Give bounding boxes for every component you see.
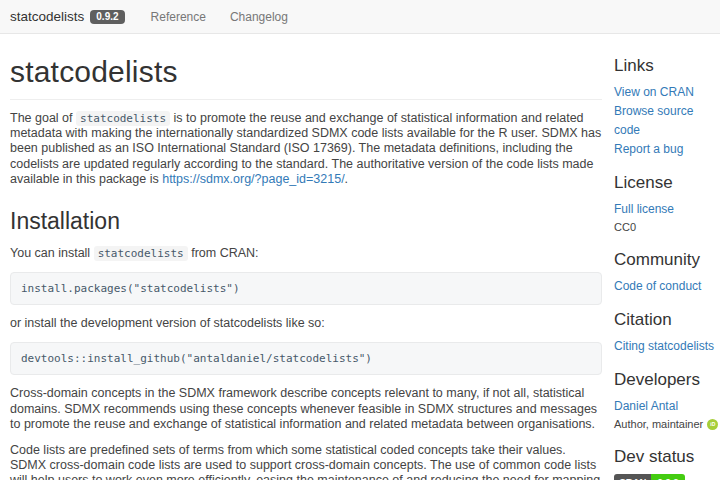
sidebar-link-daniel-antal[interactable]: Daniel Antal	[614, 397, 720, 416]
sidebar-section-developers: DevelopersDaniel AntalAuthor, maintainer	[614, 370, 720, 433]
sidebar-link-report-a-bug[interactable]: Report a bug	[614, 140, 720, 159]
body-paragraph-1: Cross-domain concepts in the SDMX framew…	[10, 386, 602, 432]
sidebar-section-citation: CitationCiting statcodelists	[614, 310, 720, 356]
code-block-install-packages: install.packages("statcodelists")	[10, 272, 602, 305]
sidebar-extra-row: Author, maintainer	[614, 416, 720, 433]
navbar-brand[interactable]: statcodelists 0.9.2	[10, 9, 125, 24]
badge-label: CRAN	[614, 474, 651, 480]
cran-text-pre: You can install	[10, 246, 94, 260]
intro-period: .	[345, 172, 348, 186]
page-title: statcodelists	[10, 55, 602, 89]
sidebar-heading-citation: Citation	[614, 310, 720, 330]
title-divider	[10, 99, 602, 100]
sidebar-link-view-on-cran[interactable]: View on CRAN	[614, 83, 720, 102]
sidebar-link-full-license[interactable]: Full license	[614, 200, 720, 219]
sidebar-link-browse-source-code[interactable]: Browse source code	[614, 102, 720, 140]
sidebar-section-dev-status: Dev statusCRAN0.9.2CRANa month agodownlo…	[614, 447, 720, 480]
body-paragraphs: Cross-domain concepts in the SDMX framew…	[10, 386, 602, 480]
cran-text-post: from CRAN:	[188, 246, 259, 260]
devel-install-line: or install the development version of st…	[10, 316, 602, 331]
nav-item-changelog[interactable]: Changelog	[218, 0, 300, 34]
sidebar: LinksView on CRANBrowse source codeRepor…	[614, 56, 720, 480]
installation-heading: Installation	[10, 208, 602, 235]
sidebar-text-author-maintainer: Author, maintainer	[614, 416, 703, 433]
body-paragraph-2: Code lists are predefined sets of terms …	[10, 443, 602, 480]
sidebar-heading-community: Community	[614, 250, 720, 270]
top-navbar: statcodelists 0.9.2 ReferenceChangelog	[0, 0, 720, 34]
version-badge: 0.9.2	[90, 10, 124, 24]
sidebar-heading-dev-status: Dev status	[614, 447, 720, 467]
intro-paragraph: The goal of statcodelists is to promote …	[10, 111, 602, 187]
sidebar-heading-links: Links	[614, 56, 720, 76]
sidebar-text-cc0: CC0	[614, 219, 636, 236]
nav-item-reference[interactable]: Reference	[139, 0, 218, 34]
inline-code-pkg-2: statcodelists	[94, 246, 188, 261]
navbar-links: ReferenceChangelog	[139, 0, 300, 34]
inline-code-pkg: statcodelists	[76, 111, 170, 126]
orcid-icon[interactable]	[707, 419, 718, 430]
sidebar-section-community: CommunityCode of conduct	[614, 250, 720, 296]
sidebar-heading-developers: Developers	[614, 370, 720, 390]
sidebar-extra-row: CC0	[614, 219, 720, 236]
sidebar-link-citing-statcodelists[interactable]: Citing statcodelists	[614, 337, 720, 356]
sidebar-heading-license: License	[614, 173, 720, 193]
sidebar-section-links: LinksView on CRANBrowse source codeRepor…	[614, 56, 720, 159]
status-badge-cran-0[interactable]: CRAN0.9.2	[614, 474, 685, 480]
intro-text-pre: The goal of	[10, 111, 76, 125]
main-content: statcodelists The goal of statcodelists …	[10, 34, 602, 480]
badge-value: 0.9.2	[651, 474, 684, 480]
sdmx-link[interactable]: https://sdmx.org/?page_id=3215/	[162, 172, 344, 186]
sidebar-section-license: LicenseFull licenseCC0	[614, 173, 720, 236]
sidebar-link-code-of-conduct[interactable]: Code of conduct	[614, 277, 720, 296]
brand-label: statcodelists	[10, 9, 84, 24]
code-block-install-github: devtools::install_github("antaldaniel/st…	[10, 342, 602, 375]
cran-install-line: You can install statcodelists from CRAN:	[10, 246, 602, 261]
